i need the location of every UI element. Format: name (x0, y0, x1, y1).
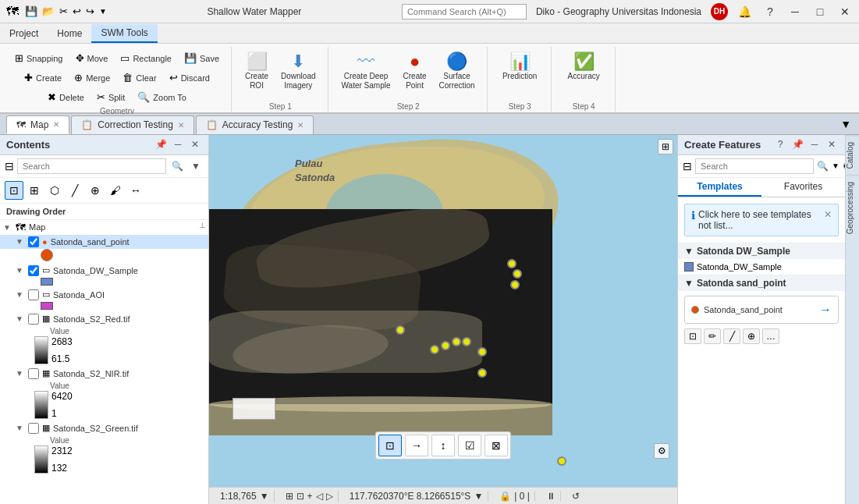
create-point-button[interactable]: ● CreatePoint (398, 50, 432, 94)
s2-nir-expand[interactable]: ▼ (16, 369, 25, 378)
toolbar-dropdown[interactable]: ▼ (99, 7, 107, 16)
s2-green-expand[interactable]: ▼ (16, 424, 25, 432)
draw-tool-paint[interactable]: 🖌 (106, 181, 125, 200)
feature-tool-line[interactable]: ╱ (723, 328, 740, 344)
map-canvas[interactable]: PulauSatonda (209, 135, 677, 487)
catalog-tab[interactable]: Catalog (846, 135, 859, 175)
sand-point-feature-arrow[interactable]: → (819, 303, 832, 317)
download-imagery-button[interactable]: ⬇ DownloadImagery (275, 50, 321, 94)
notice-close-button[interactable]: ✕ (824, 209, 832, 220)
create-features-pin[interactable]: 📌 (790, 137, 804, 151)
tab-accuracy[interactable]: 📋 Accuracy Testing ✕ (196, 115, 314, 134)
aoi-expand[interactable]: ▼ (16, 290, 25, 299)
rectangle-button[interactable]: ▭ Rectangle (115, 50, 177, 66)
clear-button[interactable]: 🗑 Clear (117, 69, 162, 86)
discard-button[interactable]: ↩ Discard (164, 69, 215, 86)
menu-home[interactable]: Home (48, 25, 91, 42)
map-dot-4[interactable] (477, 347, 487, 357)
accuracy-button[interactable]: ✅ Accuracy (563, 50, 605, 84)
map-dot-10[interactable] (477, 368, 487, 378)
surface-correction-button[interactable]: 🔵 SurfaceCorrection (434, 50, 481, 94)
layer-aoi[interactable]: ▼ ▭ Satonda_AOI (0, 288, 208, 302)
map-expand-icon[interactable]: ▼ (3, 223, 12, 232)
menu-project[interactable]: Project (0, 25, 48, 42)
s2-red-expand[interactable]: ▼ (16, 314, 25, 323)
map-dot-9[interactable] (396, 325, 405, 335)
map-dot-1[interactable] (507, 259, 516, 268)
map-tool-cross-rect[interactable]: ⊠ (485, 435, 508, 456)
contents-search-input[interactable] (17, 158, 166, 174)
tab-correction[interactable]: 📋 Correction Testing ✕ (71, 115, 194, 134)
minimize-button[interactable]: ─ (787, 4, 803, 20)
prediction-button[interactable]: 📊 Prediction (497, 50, 542, 84)
close-button[interactable]: ✕ (837, 4, 853, 20)
snapping-button[interactable]: ⊞ Snapping (9, 50, 69, 66)
command-search-input[interactable] (402, 4, 527, 20)
zoom-to-button[interactable]: 🔍 Zoom To (132, 89, 192, 105)
map-dot-5[interactable] (462, 337, 471, 346)
dw-sample-checkbox[interactable] (28, 265, 39, 276)
move-button[interactable]: ✥ Move (70, 50, 114, 66)
create-features-close[interactable]: ✕ (825, 137, 839, 151)
scale-selector[interactable]: 1:18,765 ▼ (215, 491, 275, 502)
bell-button[interactable]: 🔔 (737, 4, 753, 20)
draw-tool-polygon[interactable]: ⬡ (45, 181, 64, 200)
features-notice[interactable]: ℹ Click here to see templates not list..… (684, 204, 839, 236)
contents-minimize-button[interactable]: ─ (171, 137, 185, 151)
section-dw-header[interactable]: ▼ Satonda DW_Sample (678, 243, 845, 259)
maximize-button[interactable]: □ (812, 4, 828, 20)
layer-dw-sample[interactable]: ▼ ▭ Satonda_DW_Sample (0, 264, 208, 278)
map-tool-vertical[interactable]: ↕ (431, 435, 455, 456)
aoi-checkbox[interactable] (28, 289, 39, 300)
map-dot-3[interactable] (510, 280, 520, 289)
tab-templates[interactable]: Templates (678, 178, 761, 197)
refresh-button[interactable]: ↺ (567, 491, 584, 502)
contents-search-button[interactable]: 🔍 (169, 158, 185, 174)
layer-s2-green[interactable]: ▼ ▦ Satonda_S2_Green.tif (0, 421, 208, 435)
feature-tool-select[interactable]: ⊡ (684, 328, 701, 344)
tab-accuracy-close[interactable]: ✕ (297, 121, 303, 130)
map-dot-6[interactable] (452, 337, 461, 346)
delete-button[interactable]: ✖ Delete (42, 89, 90, 105)
contents-close-button[interactable]: ✕ (188, 137, 202, 151)
tab-correction-close[interactable]: ✕ (178, 121, 184, 130)
map-tool-check-rect[interactable]: ☑ (458, 435, 481, 456)
tab-dropdown[interactable]: ▼ (836, 116, 856, 132)
create-features-help[interactable]: ? (773, 137, 787, 151)
contents-pin-button[interactable]: 📌 (154, 137, 168, 151)
dw-sample-expand[interactable]: ▼ (16, 266, 25, 275)
tab-map-close[interactable]: ✕ (53, 120, 59, 129)
split-button[interactable]: ✂ Split (91, 89, 130, 105)
merge-button[interactable]: ⊕ Merge (69, 69, 115, 86)
draw-tool-layers[interactable]: ⊞ (25, 181, 44, 200)
feature-tool-extra[interactable]: … (762, 328, 779, 344)
layer-sand-point[interactable]: ▼ ● Satonda_sand_point (0, 235, 208, 249)
s2-nir-checkbox[interactable] (28, 368, 39, 379)
map-dot-8[interactable] (430, 345, 439, 354)
map-expand-button[interactable]: ⊞ (658, 139, 673, 154)
contents-search-dropdown[interactable]: ▼ (188, 158, 204, 174)
create-features-search-input[interactable] (695, 158, 814, 174)
map-collapse-btn[interactable]: ┴ (200, 223, 205, 232)
sand-point-feature-item[interactable]: Satonda_sand_point → (684, 296, 839, 324)
map-tool-arrow-right[interactable]: → (405, 435, 428, 456)
layer-s2-red[interactable]: ▼ ▦ Satonda_S2_Red.tif (0, 312, 208, 326)
create-deep-water-button[interactable]: 〰 Create DeepWater Sample (336, 50, 396, 94)
help-button[interactable]: ? (762, 4, 778, 20)
map-dot-7[interactable] (441, 341, 450, 350)
geoprocessing-tab[interactable]: Geoprocessing (846, 175, 859, 240)
s2-green-checkbox[interactable] (28, 423, 39, 434)
create-features-search-btn[interactable]: 🔍 (817, 161, 829, 172)
sand-point-expand[interactable]: ▼ (16, 237, 25, 246)
map-dot-11[interactable] (557, 456, 566, 466)
layer-map[interactable]: ▼ 🗺 Map ┴ (0, 220, 208, 235)
layer-s2-nir[interactable]: ▼ ▦ Satonda_S2_NIR.tif (0, 367, 208, 381)
map-settings-button[interactable]: ⚙ (654, 443, 669, 459)
draw-tool-line[interactable]: ╱ (66, 181, 84, 200)
draw-tool-transform[interactable]: ↔ (126, 181, 145, 200)
create-button[interactable]: ✚ Create (19, 69, 67, 86)
draw-tool-select[interactable]: ⊡ (5, 181, 23, 200)
feature-tool-edit[interactable]: ✏ (704, 328, 721, 344)
create-roi-button[interactable]: ⬜ CreateROI (240, 50, 274, 94)
s2-red-checkbox[interactable] (28, 314, 39, 325)
